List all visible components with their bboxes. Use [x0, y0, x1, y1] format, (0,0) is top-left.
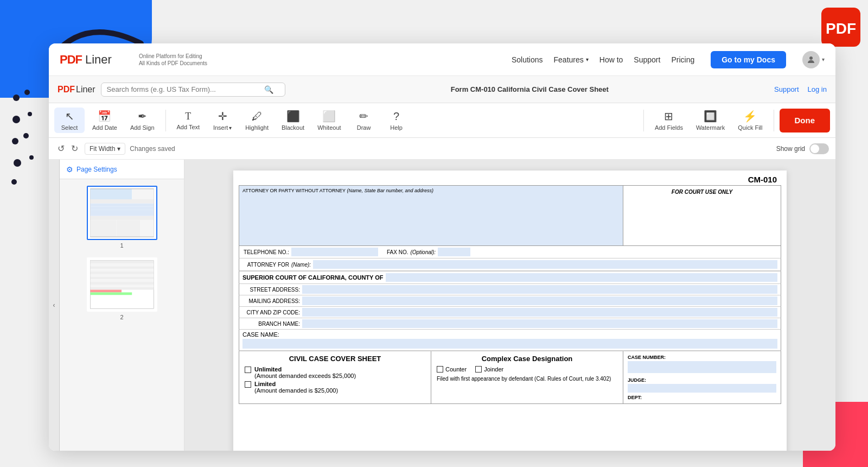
add-sign-label: Add Sign — [130, 124, 155, 131]
draw-tool[interactable]: ✏ Draw — [349, 108, 379, 133]
fax-label: FAX NO. — [387, 249, 410, 255]
fax-input[interactable] — [438, 248, 470, 256]
nav-pricing[interactable]: Pricing — [671, 53, 694, 66]
help-label: Help — [390, 124, 403, 131]
done-button[interactable]: Done — [780, 109, 831, 132]
mailing-input[interactable] — [302, 296, 777, 305]
svg-rect-33 — [90, 272, 154, 274]
attorney-for-input[interactable] — [313, 260, 777, 269]
whiteout-label: Whiteout — [317, 124, 341, 131]
nav-solutions[interactable]: Solutions — [512, 53, 543, 66]
civil-cell: CIVIL CASE COVER SHEET Unlimited (Amount… — [239, 351, 431, 403]
nav-support[interactable]: Support — [634, 53, 660, 66]
limited-row: Limited (Amount demanded is $25,000) — [245, 381, 425, 394]
show-grid-toggle[interactable] — [809, 143, 829, 154]
form-header: CM-010 — [233, 171, 787, 185]
case-number-input[interactable] — [628, 361, 776, 373]
blackout-tool[interactable]: ⬛ Blackout — [276, 108, 310, 133]
street-row: STREET ADDRESS: — [239, 284, 781, 295]
street-input[interactable] — [302, 285, 777, 294]
svg-rect-24 — [140, 220, 154, 237]
insert-tool[interactable]: ✛ Insert ▾ — [207, 108, 238, 133]
top-nav: PDFLiner Online Platform for Editing All… — [49, 43, 835, 76]
unlimited-checkbox[interactable] — [245, 367, 251, 373]
svg-rect-16 — [90, 199, 154, 204]
add-sign-tool[interactable]: ✒ Add Sign — [125, 108, 160, 133]
logo-liner: Liner — [85, 53, 112, 67]
city-zip-label: CITY AND ZIP CODE: — [242, 310, 302, 315]
add-text-tool[interactable]: T Add Text — [171, 109, 206, 132]
support-link[interactable]: Support — [774, 85, 799, 93]
svg-rect-31 — [90, 266, 154, 269]
insert-caret-icon: ▾ — [229, 125, 232, 131]
draw-label: Draw — [357, 124, 371, 131]
svg-rect-20 — [90, 213, 154, 216]
thumb-image-1[interactable] — [87, 186, 157, 240]
undo-button[interactable]: ↺ — [55, 142, 67, 155]
page-settings-label[interactable]: Page Settings — [76, 166, 117, 173]
judge-input[interactable] — [628, 384, 776, 393]
superior-court-input[interactable] — [386, 273, 777, 282]
svg-point-0 — [13, 94, 20, 101]
nav-features[interactable]: Features ▾ — [554, 53, 589, 66]
highlight-label: Highlight — [245, 124, 269, 131]
joinder-checkbox[interactable] — [475, 366, 482, 373]
limited-checkbox[interactable] — [245, 381, 251, 388]
logo-tagline: Online Platform for Editing All Kinds of… — [139, 53, 207, 67]
court-use-cell: FOR COURT USE ONLY — [623, 186, 781, 245]
city-zip-input[interactable] — [302, 308, 777, 317]
case-name-input[interactable] — [242, 339, 777, 349]
search-input[interactable] — [107, 85, 264, 93]
redo-button[interactable]: ↻ — [69, 142, 80, 155]
add-fields-tool[interactable]: ⊞ Add Fields — [649, 108, 688, 133]
svg-rect-36 — [90, 279, 154, 282]
sidebar-toggle-button[interactable]: ‹ — [49, 160, 60, 451]
dept-label: DEPT: — [628, 395, 776, 400]
svg-rect-37 — [90, 282, 154, 285]
court-use-label: FOR COURT USE ONLY — [627, 189, 777, 195]
user-avatar[interactable] — [802, 51, 820, 68]
add-date-tool[interactable]: 📅 Add Date — [87, 108, 123, 133]
thumbnail-2[interactable]: 2 — [87, 257, 157, 320]
bottom-section: CIVIL CASE COVER SHEET Unlimited (Amount… — [239, 351, 781, 404]
svg-point-1 — [24, 90, 30, 95]
tel-input[interactable] — [291, 248, 378, 256]
thumb-image-2[interactable] — [87, 257, 157, 312]
document-area[interactable]: CM-010 ATTORNEY OR PARTY WITHOUT ATTORNE… — [184, 160, 835, 451]
attorney-cell: ATTORNEY OR PARTY WITHOUT ATTORNEY (Name… — [239, 186, 623, 245]
add-date-label: Add Date — [92, 124, 117, 131]
blackout-label: Blackout — [282, 124, 304, 131]
fit-width-button[interactable]: Fit Width ▾ — [85, 143, 125, 155]
help-tool[interactable]: ? Help — [381, 108, 412, 133]
nav-how-to[interactable]: How to — [599, 53, 623, 66]
form-title: Form CM-010 California Civil Case Cover … — [451, 85, 609, 93]
select-label: Select — [61, 124, 78, 131]
login-link[interactable]: Log in — [808, 85, 827, 93]
help-icon: ? — [393, 110, 399, 123]
logo-pdf: PDF — [60, 53, 82, 67]
highlight-tool[interactable]: 🖊 Highlight — [240, 108, 274, 133]
draw-icon: ✏ — [359, 110, 368, 123]
svg-point-3 — [28, 112, 32, 116]
fit-width-caret-icon: ▾ — [117, 145, 120, 153]
whiteout-tool[interactable]: ⬜ Whiteout — [312, 108, 346, 133]
select-tool[interactable]: ↖ Select — [54, 108, 85, 133]
complex-title: Complex Case Designation — [437, 355, 617, 363]
svg-point-7 — [29, 155, 34, 160]
go-to-docs-button[interactable]: Go to my Docs — [711, 51, 786, 68]
thumbnail-1[interactable]: 1 — [87, 186, 157, 249]
svg-point-4 — [12, 138, 18, 144]
quick-fill-tool[interactable]: ⚡ Quick Fill — [732, 108, 768, 133]
add-fields-icon: ⊞ — [664, 110, 673, 123]
page-settings-icon: ⚙ — [66, 165, 73, 174]
counter-checkbox[interactable] — [437, 366, 443, 373]
add-sign-icon: ✒ — [138, 110, 147, 123]
case-number-label: CASE NUMBER: — [628, 355, 776, 360]
watermark-tool[interactable]: 🔲 Watermark — [691, 108, 730, 133]
attorney-for-row: ATTORNEY FOR (Name): — [239, 258, 781, 271]
street-label: STREET ADDRESS: — [242, 287, 302, 293]
svg-text:PDF: PDF — [826, 20, 856, 37]
search-icon[interactable]: 🔍 — [264, 85, 273, 94]
whiteout-icon: ⬜ — [322, 110, 336, 123]
branch-input[interactable] — [302, 319, 777, 328]
